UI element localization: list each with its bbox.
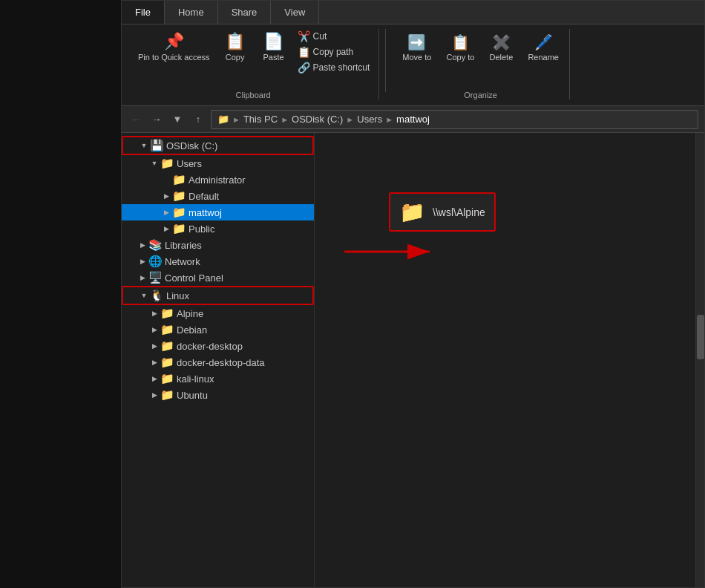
sidebar-item-controlpanel[interactable]: 🖥️ Control Panel [122,270,314,286]
tab-bar: File Home Share View [122,1,704,24]
folder-icon-users: 📁 [160,157,174,169]
rename-button[interactable]: 🖊️ Rename [523,30,563,65]
address-bar: ← → ▼ ↑ 📁 ► This PC ► OSDisk (C:) ► User… [122,106,704,133]
sidebar-label-alpine: Alpine [177,308,203,319]
delete-button[interactable]: ✖️ Delete [485,30,517,65]
sidebar-label-users: Users [177,158,202,169]
tab-view[interactable]: View [271,1,319,24]
chevron-docker-desktop [148,340,160,352]
copy-button[interactable]: 📋 Copy [217,29,253,65]
chevron-osdisk [138,140,150,151]
chevron-mattwoj [160,206,172,218]
folder-icon-kali-linux: 📁 [160,373,174,385]
chevron-public [160,223,172,235]
tab-share[interactable]: Share [218,1,272,24]
tab-file[interactable]: File [122,1,165,24]
recent-locations-button[interactable]: ▼ [169,111,186,128]
chevron-docker-desktop-data [148,356,160,368]
ribbon-divider [385,29,386,92]
paste-shortcut-button[interactable]: 🔗 Paste shortcut [295,60,373,75]
sidebar-label-linux: Linux [166,290,189,301]
breadcrumb-mattwoj[interactable]: mattwoj [396,114,430,125]
sidebar-item-osdisk[interactable]: 💾 OSDisk (C:) [122,136,314,155]
paste-icon: 📄 [263,32,283,51]
linux-icon: 🐧 [150,290,163,301]
file-area: 📁 \\wsl\Alpine [315,133,695,587]
sidebar-item-debian[interactable]: 📁 Debian [122,321,314,338]
breadcrumb-this-pc[interactable]: This PC [243,114,278,125]
sidebar-item-default[interactable]: 📁 Default [122,188,314,204]
ribbon: 📌 Pin to Quick access 📋 Copy 📄 Paste ✂️ [122,24,704,106]
sidebar-item-mattwoj[interactable]: 📁 mattwoj [122,204,314,220]
chevron-default [160,190,172,202]
sidebar-label-administrator: Administrator [188,174,246,186]
folder-icon-controlpanel: 🖥️ [148,272,162,284]
chevron-ubuntu [148,389,160,401]
scrollbar-thumb[interactable] [697,315,704,359]
sidebar-item-linux[interactable]: 🐧 Linux [122,286,314,305]
sidebar-item-libraries[interactable]: 📚 Libraries [122,237,314,253]
cut-button[interactable]: ✂️ Cut [295,29,373,44]
sidebar-label-mattwoj: mattwoj [188,207,222,218]
breadcrumb-users[interactable]: Users [357,114,382,125]
arrow-annotation [315,133,695,587]
sidebar-item-public[interactable]: 📁 Public [122,220,314,237]
folder-icon-default: 📁 [172,190,186,202]
sidebar-item-docker-desktop-data[interactable]: 📁 docker-desktop-data [122,354,314,370]
paste-shortcut-icon: 🔗 [298,62,310,74]
wsl-alpine-item[interactable]: 📁 \\wsl\Alpine [389,192,496,232]
chevron-alpine [148,307,160,319]
chevron-network [137,255,148,267]
sidebar-label-libraries: Libraries [165,240,202,251]
folder-icon-network: 🌐 [148,255,162,267]
sidebar-label-osdisk: OSDisk (C:) [166,140,217,151]
move-to-button[interactable]: ➡️ Move to [398,30,436,65]
up-button[interactable]: ↑ [190,111,206,128]
sidebar-label-docker-desktop: docker-desktop [177,341,243,352]
paste-button[interactable]: 📄 Paste [256,29,292,65]
back-button[interactable]: ← [128,111,144,128]
ribbon-organize-group: ➡️ Move to 📋 Copy to ✖️ Delete 🖊️ Rename… [392,29,570,99]
content-area: 💾 OSDisk (C:) 📁 Users 📁 Administrator 📁 … [122,133,704,587]
folder-icon-libraries: 📚 [148,239,162,251]
sidebar-label-public: Public [188,223,214,235]
folder-icon-alpine: 📁 [160,307,174,319]
rename-icon: 🖊️ [534,33,553,51]
sidebar-item-ubuntu[interactable]: 📁 Ubuntu [122,387,314,403]
sidebar-label-ubuntu: Ubuntu [177,390,208,401]
cut-icon: ✂️ [298,30,310,42]
folder-icon-public: 📁 [172,223,186,235]
copy-path-button[interactable]: 📋 Copy path [295,45,373,59]
chevron-kali-linux [148,373,160,385]
scrollbar-track[interactable] [695,133,704,587]
chevron-libraries [137,239,148,251]
file-explorer-window: File Home Share View 📌 Pin to Quick acce… [121,0,705,588]
sidebar-item-users[interactable]: 📁 Users [122,155,314,172]
chevron-debian [148,324,160,336]
sidebar-label-debian: Debian [177,324,207,336]
nav-pane: 💾 OSDisk (C:) 📁 Users 📁 Administrator 📁 … [122,133,315,587]
sidebar-label-controlpanel: Control Panel [165,272,223,284]
sidebar-item-docker-desktop[interactable]: 📁 docker-desktop [122,338,314,354]
pin-to-quick-access-button[interactable]: 📌 Pin to Quick access [134,29,214,65]
breadcrumb[interactable]: 📁 ► This PC ► OSDisk (C:) ► Users ► matt… [211,110,698,129]
copy-icon: 📋 [225,32,245,51]
wsl-alpine-label: \\wsl\Alpine [433,206,485,218]
copy-to-icon: 📋 [451,33,470,51]
tab-home[interactable]: Home [165,1,218,24]
wsl-alpine-folder-icon: 📁 [399,200,425,224]
sidebar-item-network[interactable]: 🌐 Network [122,253,314,270]
sidebar-label-default: Default [188,191,219,202]
copy-to-button[interactable]: 📋 Copy to [442,30,479,65]
left-panel [0,0,121,588]
sidebar-item-administrator[interactable]: 📁 Administrator [122,172,314,188]
sidebar-item-alpine[interactable]: 📁 Alpine [122,305,314,321]
breadcrumb-osdisk[interactable]: OSDisk (C:) [292,114,343,125]
chevron-users [148,157,160,169]
folder-icon-docker-desktop: 📁 [160,340,174,352]
ribbon-clipboard-group: 📌 Pin to Quick access 📋 Copy 📄 Paste ✂️ [128,29,379,99]
forward-button[interactable]: → [148,111,165,128]
chevron-linux [138,290,150,301]
folder-icon-ubuntu: 📁 [160,389,174,401]
sidebar-item-kali-linux[interactable]: 📁 kali-linux [122,370,314,387]
